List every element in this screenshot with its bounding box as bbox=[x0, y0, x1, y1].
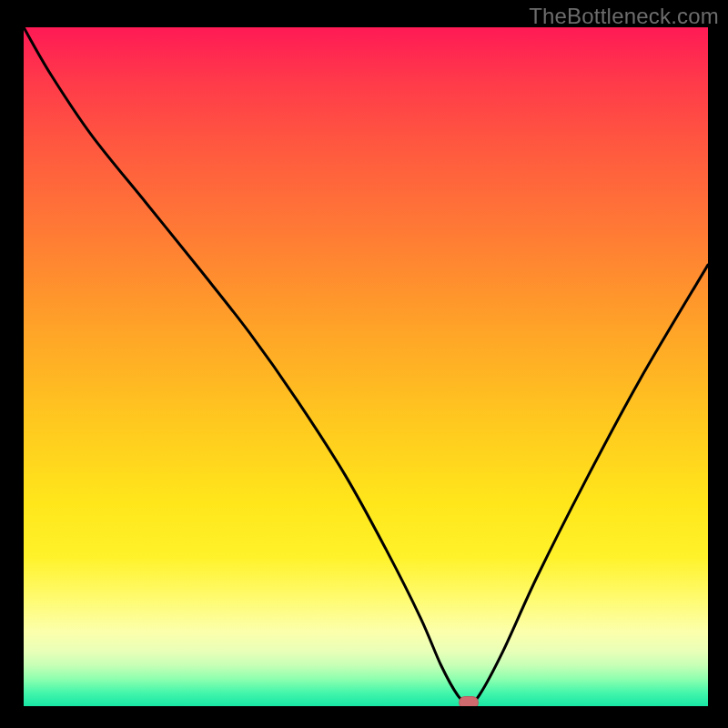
bottleneck-curve bbox=[24, 27, 708, 706]
chart-frame: TheBottleneck.com bbox=[0, 0, 728, 728]
optimal-marker bbox=[459, 696, 479, 706]
watermark-text: TheBottleneck.com bbox=[529, 4, 719, 29]
plot-area bbox=[24, 27, 708, 706]
